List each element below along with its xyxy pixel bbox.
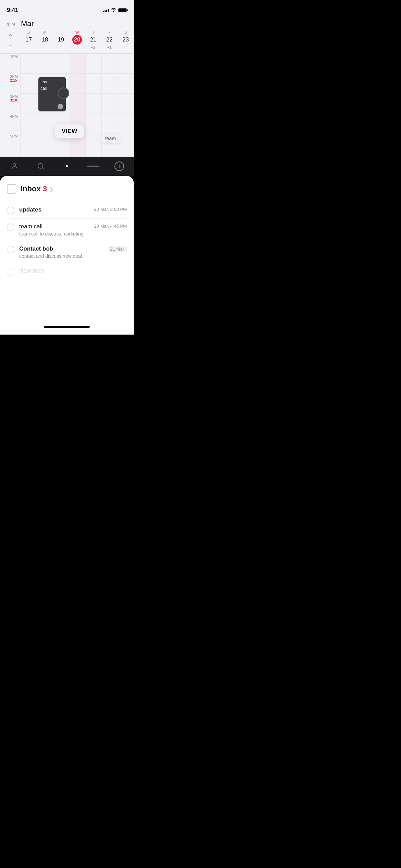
day-col-mon-18[interactable]: M 18 — [37, 30, 53, 51]
todo-subtitle-contact-bob: contact and discuss new deal — [19, 253, 105, 259]
wifi-icon — [111, 8, 116, 13]
day-col-sun-17[interactable]: S 17 — [21, 30, 37, 51]
home-pill — [44, 326, 90, 328]
todo-checkbox-team-call[interactable] — [7, 224, 14, 231]
day-col-tue-19[interactable]: T 19 — [53, 30, 69, 51]
todo-title-updates: updates — [19, 206, 92, 214]
time-gutter: 1PM 2PM 2:15 3PM 3:10 4PM 5PM — [0, 54, 21, 157]
todo-subtitle-team-call: team call to discuss marketing — [19, 231, 92, 237]
chevron-down-icon[interactable]: ❯ — [49, 186, 53, 192]
todo-date-contact-bob: 21 Mar — [108, 246, 127, 252]
todo-date-updates: 20 Mar, 3:00 PM — [94, 207, 127, 212]
day-col-fri-22[interactable]: F 22 +1 — [101, 30, 118, 51]
team-call-event[interactable]: teamcall — [38, 77, 66, 111]
grid-col-23[interactable] — [118, 54, 134, 157]
signal-icon — [103, 8, 109, 12]
todo-content-updates: updates — [19, 206, 92, 214]
expand-button[interactable]: ⌃⌄ — [8, 33, 13, 48]
tab-search[interactable] — [35, 160, 47, 172]
todo-item-team-call[interactable]: team call team call to discuss marketing… — [7, 219, 127, 241]
todo-item-updates[interactable]: updates 20 Mar, 3:00 PM — [7, 202, 127, 219]
inbox-title: Inbox — [21, 184, 41, 193]
todo-title-team-call: team call — [19, 223, 92, 230]
gutter-header: ⌃⌄ — [0, 33, 21, 48]
day-col-thu-21[interactable]: T 21 +2 — [85, 30, 101, 51]
team-bubble: team — [101, 134, 120, 143]
year-label: 2024 — [5, 22, 15, 27]
inbox-header: Inbox 3 ❯ — [7, 184, 127, 194]
tab-bar: + — [0, 157, 134, 176]
new-todo-placeholder[interactable]: New todo — [19, 267, 127, 274]
add-icon[interactable]: + — [114, 161, 124, 171]
grid-col-18[interactable]: teamcall — [37, 54, 53, 157]
svg-point-1 — [38, 164, 43, 168]
reminders-section: Inbox 3 ❯ updates 20 Mar, 3:00 PM team c… — [0, 176, 134, 323]
day-col-sat-23[interactable]: S 23 — [118, 30, 134, 51]
status-icons — [103, 8, 127, 13]
grid-col-21[interactable] — [86, 54, 102, 157]
todo-content-team-call: team call team call to discuss marketing — [19, 223, 92, 237]
month-label: Mar — [15, 19, 34, 28]
tab-dot — [61, 160, 73, 172]
todo-title-contact-bob: Contact bob — [19, 245, 105, 253]
todo-checkbox-updates[interactable] — [7, 207, 14, 214]
inbox-count: 3 — [43, 184, 47, 193]
calendar-section: 2024 Mar ⌃⌄ S 17 M 18 T 19 — [0, 17, 134, 157]
todo-checkbox-new[interactable] — [7, 268, 14, 276]
grid-col-20[interactable] — [69, 54, 85, 157]
tab-people[interactable] — [8, 160, 21, 172]
tab-add-button[interactable]: + — [113, 160, 125, 172]
home-indicator-bottom — [0, 323, 134, 335]
status-bar: 9:41 — [0, 0, 134, 17]
view-popover[interactable]: VIEW — [55, 124, 84, 138]
svg-point-0 — [13, 164, 16, 166]
home-indicator — [87, 160, 99, 172]
inbox-icon — [7, 184, 16, 194]
days-row: ⌃⌄ S 17 M 18 T 19 W 20 — [0, 30, 134, 51]
grid-col-17[interactable] — [21, 54, 37, 157]
calendar-grid: 1PM 2PM 2:15 3PM 3:10 4PM 5PM — [0, 54, 134, 157]
battery-icon — [118, 8, 127, 12]
todo-content-new: New todo — [19, 267, 127, 274]
todo-item-new[interactable]: New todo — [7, 263, 127, 280]
week-header: 2024 Mar ⌃⌄ S 17 M 18 T 19 — [0, 17, 134, 54]
todo-checkbox-contact-bob[interactable] — [7, 246, 14, 253]
status-time: 9:41 — [7, 7, 18, 14]
todo-item-contact-bob[interactable]: Contact bob contact and discuss new deal… — [7, 241, 127, 263]
todo-content-contact-bob: Contact bob contact and discuss new deal — [19, 245, 105, 259]
todo-date-team-call: 20 Mar, 4:45 PM — [94, 224, 127, 229]
day-col-wed-20[interactable]: W 20 — [69, 30, 85, 51]
